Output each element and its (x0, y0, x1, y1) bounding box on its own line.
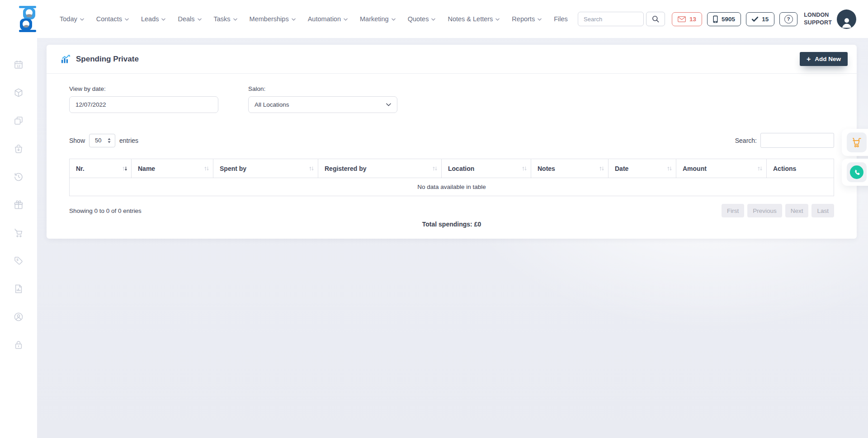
sidebar-item-calendar[interactable]: 12 (13, 60, 24, 70)
user-name: LONDON SUPPORT (804, 11, 832, 27)
page-title: Spending Private (76, 55, 139, 64)
chevron-down-icon (80, 18, 84, 21)
search-icon (652, 15, 659, 23)
sidebar-item-gift-cards[interactable] (13, 200, 24, 210)
salon-select-value: All Locations (255, 101, 289, 108)
chevron-down-icon (292, 18, 296, 21)
pagination-last-button[interactable]: Last (811, 204, 834, 217)
global-search-button[interactable] (646, 12, 665, 26)
page-size-select[interactable]: 50 (89, 134, 115, 147)
nav-item-quotes[interactable]: Quotes (408, 15, 436, 23)
empty-message: No data available in table (70, 178, 834, 196)
column-header-name[interactable]: Name (132, 159, 213, 178)
column-header-spent-by[interactable]: Spent by (213, 159, 318, 178)
column-header-notes[interactable]: Notes (531, 159, 609, 178)
sort-icon (757, 166, 763, 171)
nav-item-leads[interactable]: Leads (141, 15, 166, 23)
sidebar-item-shop[interactable] (13, 228, 24, 238)
tasks-count: 15 (762, 16, 769, 23)
chevron-down-icon (538, 18, 542, 21)
app-root: { "topbar": { "nav_items": [ {"label":"T… (0, 0, 868, 438)
spending-private-card: Spending Private + Add New View by date:… (47, 45, 857, 239)
cart-icon (851, 137, 863, 149)
global-search-input[interactable] (578, 12, 644, 26)
floating-cart-button[interactable] (847, 132, 867, 152)
user-avatar[interactable] (837, 9, 856, 29)
chevron-down-icon (386, 103, 391, 106)
nav-item-notes-letters[interactable]: Notes & Letters (448, 15, 500, 23)
history-icon (14, 172, 24, 182)
nav-label: Files (554, 15, 568, 23)
entries-label: entries (119, 137, 138, 144)
person-icon (840, 15, 854, 29)
nav-item-today[interactable]: Today (60, 15, 84, 23)
nav-label: Quotes (408, 15, 429, 23)
table-controls: Show 50 entries Search: (47, 113, 857, 148)
column-header-amount[interactable]: Amount (676, 159, 767, 178)
add-new-button[interactable]: + Add New (800, 52, 848, 66)
nav-label: Leads (141, 15, 159, 23)
topbar-right: 13 5905 15 ? LONDON SUPPORT (578, 9, 856, 29)
sidebar-item-reports[interactable] (13, 284, 24, 294)
chevron-down-icon (431, 18, 435, 21)
nav-label: Reports (512, 15, 535, 23)
calls-badge[interactable]: 5905 (707, 12, 741, 26)
phone-icon (854, 169, 860, 176)
column-header-registered-by[interactable]: Registered by (318, 159, 442, 178)
nav-label: Memberships (250, 15, 289, 23)
table-footer: Showing 0 to 0 of 0 entries First Previo… (47, 196, 857, 217)
column-label: Spent by (220, 165, 246, 172)
total-spendings-text: Total spendings: £0 (47, 217, 857, 228)
report-icon (14, 284, 24, 294)
sidebar-item-orders[interactable] (13, 144, 24, 154)
pagination-next-button[interactable]: Next (785, 204, 809, 217)
nav-item-automation[interactable]: Automation (308, 15, 348, 23)
nav-item-tasks[interactable]: Tasks (214, 15, 237, 23)
floating-cart-widget (842, 129, 868, 156)
card-header: Spending Private + Add New (47, 45, 857, 74)
salon-select[interactable]: All Locations (248, 96, 397, 113)
nav-label: Deals (178, 15, 194, 23)
sidebar-item-history[interactable] (13, 172, 24, 182)
sort-icon (522, 166, 527, 171)
calendar-icon: 12 (14, 60, 24, 70)
tasks-badge[interactable]: 15 (746, 12, 774, 26)
brand-logo-hourglass-icon[interactable] (16, 6, 39, 32)
column-header-date[interactable]: Date (609, 159, 676, 178)
nav-item-reports[interactable]: Reports (512, 15, 542, 23)
chevron-down-icon (233, 18, 237, 21)
topbar: Today Contacts Leads Deals Tasks Members… (0, 0, 868, 38)
nav-label: Automation (308, 15, 341, 23)
pagination: First Previous Next Last (722, 204, 834, 217)
date-input[interactable] (69, 96, 218, 113)
gift-icon (14, 200, 24, 210)
sidebar-item-private[interactable] (13, 340, 24, 350)
user-circle-icon (14, 312, 24, 322)
pagination-previous-button[interactable]: Previous (747, 204, 782, 217)
spending-table: Nr. Name Spent by Registered by Location… (69, 159, 834, 196)
nav-item-marketing[interactable]: Marketing (360, 15, 396, 23)
table-search-input[interactable] (760, 133, 834, 148)
sidebar-item-pricing[interactable]: $ (13, 256, 24, 266)
column-header-nr[interactable]: Nr. (70, 159, 132, 178)
user-name-line1: LONDON (804, 11, 832, 19)
help-button[interactable]: ? (779, 12, 797, 26)
sidebar-item-clients[interactable] (13, 312, 24, 322)
sort-icon (599, 166, 604, 171)
nav-label: Contacts (96, 15, 122, 23)
messages-badge[interactable]: 13 (672, 12, 702, 26)
column-label: Nr. (76, 165, 85, 172)
nav-item-memberships[interactable]: Memberships (250, 15, 296, 23)
nav-item-deals[interactable]: Deals (178, 15, 201, 23)
phone-circle (850, 165, 863, 179)
column-header-location[interactable]: Location (442, 159, 531, 178)
table-header-row: Nr. Name Spent by Registered by Location… (70, 159, 834, 178)
pagination-first-button[interactable]: First (722, 204, 744, 217)
nav-item-files[interactable]: Files (554, 15, 568, 23)
table-search-label: Search: (735, 137, 757, 144)
sidebar-item-products[interactable] (13, 88, 24, 98)
floating-call-button[interactable] (847, 162, 867, 182)
sidebar-item-duplicates[interactable] (13, 116, 24, 126)
copy-icon (14, 116, 24, 126)
nav-item-contacts[interactable]: Contacts (96, 15, 129, 23)
